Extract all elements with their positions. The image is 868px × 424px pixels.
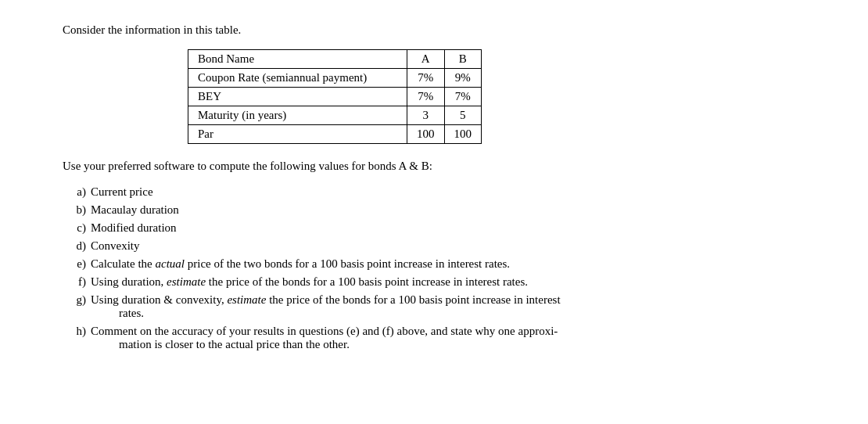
question-e-text: Calculate the actual price of the two bo… xyxy=(91,257,821,271)
actual-italic: actual xyxy=(155,257,185,270)
table-row-bey: BEY 7% 7% xyxy=(188,88,482,106)
software-text: Use your preferred software to compute t… xyxy=(63,160,821,173)
question-h-text: Comment on the accuracy of your results … xyxy=(91,325,821,351)
coupon-a: 7% xyxy=(407,69,445,88)
col-a-header: A xyxy=(407,50,445,69)
question-f: f) Using duration, estimate the price of… xyxy=(63,275,821,289)
question-g-label: g) xyxy=(63,293,91,307)
intro-text: Consider the information in this table. xyxy=(63,23,821,37)
question-f-text: Using duration, estimate the price of th… xyxy=(91,275,821,289)
question-e: e) Calculate the actual price of the two… xyxy=(63,257,821,271)
question-h-label: h) xyxy=(63,325,91,338)
question-a-text: Current price xyxy=(91,185,821,199)
question-c-label: c) xyxy=(63,221,91,235)
maturity-a: 3 xyxy=(407,106,445,125)
question-h: h) Comment on the accuracy of your resul… xyxy=(63,325,821,351)
par-label: Par xyxy=(188,125,407,144)
question-e-label: e) xyxy=(63,257,91,271)
coupon-label: Coupon Rate (semiannual payment) xyxy=(188,69,407,88)
question-c-text: Modified duration xyxy=(91,221,821,235)
question-b-label: b) xyxy=(63,203,91,217)
question-a-label: a) xyxy=(63,185,91,199)
question-d: d) Convexity xyxy=(63,239,821,253)
question-b: b) Macaulay duration xyxy=(63,203,821,217)
question-d-text: Convexity xyxy=(91,239,821,253)
table-row-par: Par 100 100 xyxy=(188,125,482,144)
bey-label: BEY xyxy=(188,88,407,106)
maturity-b: 5 xyxy=(444,106,482,125)
maturity-label: Maturity (in years) xyxy=(188,106,407,125)
col-b-header: B xyxy=(444,50,482,69)
par-b: 100 xyxy=(444,125,482,144)
question-b-text: Macaulay duration xyxy=(91,203,821,217)
question-d-label: d) xyxy=(63,239,91,253)
bey-a: 7% xyxy=(407,88,445,106)
bey-b: 7% xyxy=(444,88,482,106)
table-row-header: Bond Name A B xyxy=(188,50,482,69)
question-g: g) Using duration & convexity, estimate … xyxy=(63,293,821,320)
estimate-italic-f: estimate xyxy=(167,275,206,288)
questions-list: a) Current price b) Macaulay duration c)… xyxy=(63,185,821,351)
bond-table-wrapper: Bond Name A B Coupon Rate (semiannual pa… xyxy=(188,49,821,144)
bond-table: Bond Name A B Coupon Rate (semiannual pa… xyxy=(188,49,482,144)
table-row-coupon: Coupon Rate (semiannual payment) 7% 9% xyxy=(188,69,482,88)
question-f-label: f) xyxy=(63,275,91,289)
question-h-continuation: mation is closer to the actual price tha… xyxy=(91,338,350,350)
par-a: 100 xyxy=(407,125,445,144)
coupon-b: 9% xyxy=(444,69,482,88)
question-g-text: Using duration & convexity, estimate the… xyxy=(91,293,821,320)
question-c: c) Modified duration xyxy=(63,221,821,235)
table-row-maturity: Maturity (in years) 3 5 xyxy=(188,106,482,125)
question-g-continuation: rates. xyxy=(91,307,144,319)
col-bond-name: Bond Name xyxy=(188,50,407,69)
estimate-italic-g: estimate xyxy=(227,293,266,306)
question-a: a) Current price xyxy=(63,185,821,199)
